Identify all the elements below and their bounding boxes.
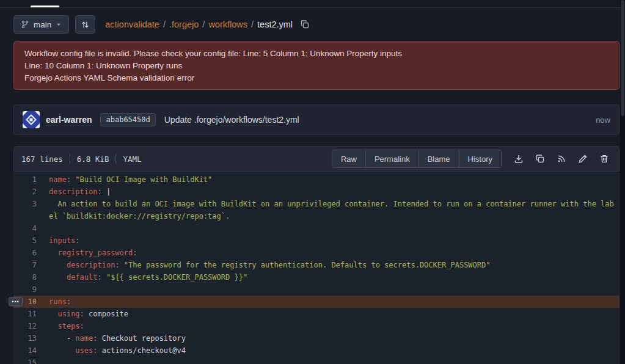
- delete-icon[interactable]: [599, 154, 609, 164]
- code-view: 1name: "Build OCI Image with BuildKit"2d…: [13, 172, 620, 364]
- code-token: el `buildkit:docker://registry/repo:tag`…: [49, 212, 230, 220]
- code-line-text: description: "The password for the regis…: [37, 259, 491, 271]
- chevron-down-icon: [56, 21, 62, 27]
- code-line-text: uses: actions/checkout@v4: [37, 344, 186, 357]
- error-banner-line: Workflow config file is invalid. Please …: [24, 48, 609, 60]
- code-token: name: [49, 175, 67, 184]
- branch-select-button[interactable]: main: [13, 15, 69, 34]
- code-token: :: [115, 261, 123, 269]
- line-number[interactable]: 2: [13, 186, 37, 198]
- error-banner: Workflow config file is invalid. Please …: [13, 41, 620, 90]
- code-token: description: [67, 261, 115, 269]
- code-line-text: runs:: [37, 296, 71, 308]
- line-number[interactable]: 12: [13, 320, 37, 332]
- code-token: :: [67, 175, 75, 184]
- code-token: steps: [57, 322, 79, 330]
- line-number[interactable]: 3: [13, 198, 37, 210]
- line-number[interactable]: 13: [13, 332, 37, 344]
- code-line-text: An action to build an OCI image with Bui…: [37, 198, 614, 210]
- edit-icon[interactable]: [578, 154, 588, 164]
- page-scrollbar: [620, 0, 625, 364]
- code-token: [49, 273, 67, 282]
- breadcrumb-link[interactable]: workflows: [208, 20, 247, 29]
- avatar[interactable]: [23, 111, 40, 128]
- code-token: runs: [49, 297, 67, 306]
- code-token: An action to build an OCI image with Bui…: [49, 200, 614, 208]
- breadcrumb-link[interactable]: actionvalidate: [105, 20, 159, 29]
- breadcrumb: actionvalidate/.forgejo/workflows/test2.…: [105, 20, 310, 29]
- copy-icon[interactable]: [535, 154, 545, 164]
- code-line-text: inputs:: [37, 235, 80, 247]
- code-line-text: el `buildkit:docker://registry/repo:tag`…: [37, 210, 230, 222]
- code-token: inputs: [49, 236, 75, 245]
- main-content: main actionvalidate/.forgejo/workflows/t…: [13, 15, 620, 364]
- copy-path-icon[interactable]: [300, 20, 310, 29]
- branch-breadcrumb-row: main actionvalidate/.forgejo/workflows/t…: [13, 15, 620, 34]
- permalink-button[interactable]: Permalink: [365, 150, 418, 167]
- download-icon[interactable]: [514, 154, 524, 164]
- file-view-panel: 167 lines 6.8 KiB YAML RawPermalinkBlame…: [13, 146, 620, 364]
- divider: [115, 155, 116, 164]
- line-menu-expander-button[interactable]: •••: [9, 297, 23, 307]
- code-token: :: [67, 297, 71, 306]
- branch-name: main: [34, 20, 51, 29]
- code-line-text: [37, 283, 49, 296]
- line-number[interactable]: 7: [13, 259, 37, 271]
- line-number[interactable]: 9: [13, 283, 37, 296]
- code-line: 13 - name: Checkout repository: [13, 332, 620, 344]
- commit-author[interactable]: earl-warren: [46, 115, 92, 125]
- code-token: "The password for the registry authentic…: [124, 261, 491, 269]
- blame-button[interactable]: Blame: [418, 150, 459, 167]
- code-line: 5inputs:: [13, 235, 620, 247]
- code-token: name: [75, 334, 93, 343]
- file-actions: RawPermalinkBlameHistory: [332, 150, 612, 168]
- code-line: 4: [13, 222, 620, 235]
- code-token: [49, 346, 75, 355]
- code-line-text: default: "${{ secrets.DOCKER_PASSWORD }}…: [37, 271, 247, 283]
- code-line: 7 description: "The password for the reg…: [13, 259, 620, 271]
- file-info: 167 lines 6.8 KiB YAML: [21, 155, 142, 164]
- line-number: [13, 210, 37, 222]
- page-scrollbar-thumb[interactable]: [621, 0, 624, 116]
- divider: [70, 155, 70, 164]
- code-line-text: steps:: [37, 320, 84, 332]
- commit-message[interactable]: Update .forgejo/workflows/test2.yml: [164, 115, 299, 125]
- code-token: [49, 322, 57, 330]
- commit-sha-badge[interactable]: abab65450d: [100, 113, 155, 126]
- code-token: using: [57, 310, 79, 318]
- view-button-group: RawPermalinkBlameHistory: [332, 150, 502, 168]
- code-token: |: [106, 187, 111, 196]
- latest-commit-panel: earl-warren abab65450d Update .forgejo/w…: [13, 104, 620, 135]
- code-line: 2description: |: [13, 186, 620, 198]
- history-button[interactable]: History: [459, 150, 501, 167]
- code-token: default: [67, 273, 98, 282]
- code-line: 14 uses: actions/checkout@v4: [13, 344, 620, 357]
- code-line-text: [37, 222, 49, 235]
- code-line: 8 default: "${{ secrets.DOCKER_PASSWORD …: [13, 271, 620, 283]
- rss-icon[interactable]: [557, 154, 566, 164]
- breadcrumb-link[interactable]: .forgejo: [169, 20, 199, 29]
- line-number[interactable]: 8: [13, 271, 37, 283]
- code-token: Checkout repository: [102, 334, 186, 343]
- code-token: composite: [89, 310, 128, 318]
- code-token: :: [93, 334, 101, 343]
- code-token: description: [49, 187, 97, 196]
- file-line-count: 167 lines: [21, 155, 63, 164]
- code-line: •••10runs:: [13, 296, 620, 308]
- code-token: :: [133, 249, 137, 257]
- line-number[interactable]: 5: [13, 235, 37, 247]
- file-size: 6.8 KiB: [77, 155, 109, 164]
- code-token: actions/checkout@v4: [102, 346, 186, 355]
- raw-button[interactable]: Raw: [332, 150, 365, 167]
- code-token: :: [97, 187, 106, 196]
- compare-button[interactable]: [75, 15, 95, 34]
- line-number[interactable]: 6: [13, 247, 37, 259]
- commit-time: now: [596, 115, 610, 125]
- line-number[interactable]: 14: [13, 344, 37, 357]
- line-number[interactable]: 4: [13, 222, 37, 235]
- line-number[interactable]: 1: [13, 173, 37, 186]
- line-number[interactable]: 15: [13, 357, 37, 364]
- code-token: uses: [75, 346, 93, 355]
- line-number[interactable]: 11: [13, 308, 37, 320]
- code-token: registry_password: [57, 249, 133, 257]
